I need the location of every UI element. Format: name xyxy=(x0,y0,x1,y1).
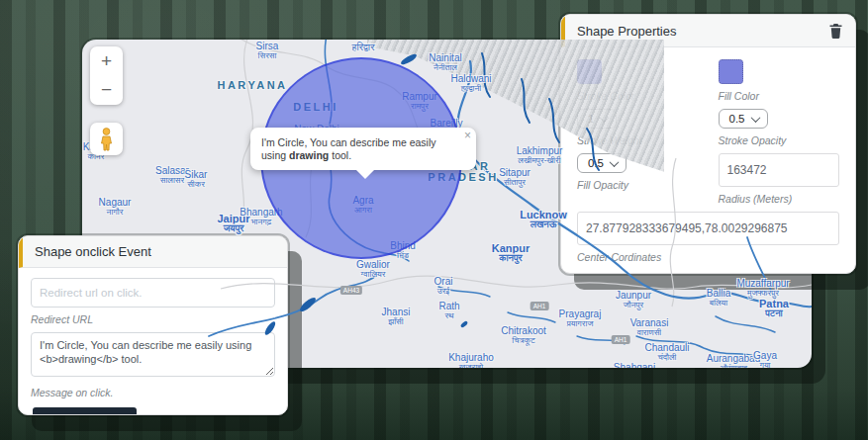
map-label: जौनपुर xyxy=(624,300,644,310)
zoom-control: + − xyxy=(90,46,123,105)
map-label: AH1 xyxy=(612,335,630,344)
zoom-out-button[interactable]: − xyxy=(90,76,123,106)
info-window-pointer xyxy=(355,169,375,179)
map-label: कानपुर xyxy=(499,252,522,264)
zoom-in-button[interactable]: + xyxy=(90,46,123,76)
map-label: जयपुर xyxy=(224,222,244,234)
page-background: { "map": { "zoom_in": "+", "zoom_out": "… xyxy=(0,0,868,440)
map-label: चंदौली xyxy=(658,352,677,363)
map-label: हरिद्वार xyxy=(352,42,375,53)
map-label: रथ xyxy=(445,310,454,321)
pegman-icon xyxy=(99,128,114,151)
trash-icon[interactable] xyxy=(828,23,843,39)
map-label: लखीमपुर-खीरी xyxy=(518,155,560,166)
map-label: औरंगाबाद xyxy=(720,363,747,368)
map-label: खजुराहो xyxy=(459,362,483,368)
map-label: AH43 xyxy=(340,286,362,295)
map-label: सिरसा xyxy=(258,50,277,61)
pegman-button[interactable] xyxy=(90,123,123,155)
map-label: झाँसी xyxy=(388,316,403,327)
map-label: चित्रकूट xyxy=(512,335,535,346)
map-label: सीकर xyxy=(187,179,205,190)
map-label: सीतापुर xyxy=(504,177,526,188)
map-label: गया xyxy=(759,360,770,368)
info-close-icon[interactable]: × xyxy=(464,130,471,141)
map-label: प्रयागराज xyxy=(567,318,594,329)
info-window: × I'm Circle, You can describe me easily… xyxy=(250,128,476,170)
info-window-text: I'm Circle, You can describe me easily u… xyxy=(261,136,460,162)
map-label: पटना xyxy=(765,308,783,319)
map-label: नागौर xyxy=(107,207,124,218)
map-label: उरई xyxy=(437,286,450,297)
map-label: AH1 xyxy=(530,302,549,310)
message-label: Message on click. xyxy=(31,387,275,398)
map-canvas[interactable]: Sirsaसिरसाहरिद्वारNainitalनैनीतालHaldwan… xyxy=(82,40,812,368)
map-label: लखनऊ xyxy=(530,219,557,230)
save-drawing-button[interactable]: Save Drawing xyxy=(33,407,137,415)
map-label: नैनीताल xyxy=(434,62,457,73)
map-label: सालासर xyxy=(160,175,184,186)
shape-properties-title: Shape Properties xyxy=(577,24,676,39)
map-label: भानगढ़ xyxy=(251,217,272,227)
map-label: Shahganj xyxy=(614,362,655,368)
map-label: HARYANA xyxy=(217,79,287,91)
map-label: ग्वालियर xyxy=(361,269,386,280)
map-label: हल्द्वानी xyxy=(461,83,482,94)
map-label: बलिया xyxy=(710,298,727,308)
map-label: वाराणसी xyxy=(637,327,661,338)
